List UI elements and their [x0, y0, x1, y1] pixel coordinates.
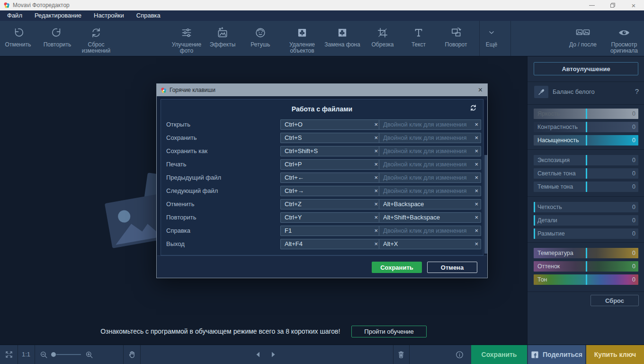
object-removal-button[interactable]: Удаление объектов	[280, 21, 324, 56]
zoom-slider-track[interactable]	[56, 354, 81, 355]
slider-exposure[interactable]: Экспозиция 0	[534, 155, 638, 165]
clear-hotkey-icon[interactable]: ×	[374, 133, 378, 143]
hotkey-primary-input[interactable]: Ctrl+Shift+S ×	[280, 146, 381, 156]
zoom-slider-handle[interactable]	[51, 352, 56, 357]
hotkey-secondary-input[interactable]: Двойной клик для изменения ×	[379, 159, 481, 170]
help-icon[interactable]: ?	[635, 87, 639, 95]
dialog-cancel-button[interactable]: Отмена	[427, 262, 477, 273]
slider-highlights[interactable]: Светлые тона 0	[534, 168, 638, 179]
slider-hue[interactable]: Тон 0	[534, 274, 638, 285]
hotkey-primary-input[interactable]: Ctrl+Y ×	[280, 212, 381, 223]
retouch-button[interactable]: Ретушь	[239, 21, 282, 56]
hotkey-primary-input[interactable]: Alt+F4 ×	[280, 239, 381, 249]
minimize-button[interactable]	[581, 0, 602, 10]
clear-hotkey-icon[interactable]: ×	[374, 120, 378, 129]
menu-help[interactable]: Справка	[130, 10, 167, 21]
clear-hotkey-icon[interactable]: ×	[374, 186, 378, 196]
hotkey-secondary-input[interactable]: Двойной клик для изменения ×	[379, 226, 481, 236]
clear-hotkey-icon[interactable]: ×	[474, 239, 478, 249]
info-button[interactable]	[453, 345, 465, 364]
share-button[interactable]: Поделиться	[528, 345, 585, 364]
effects-button[interactable]: Эффекты	[201, 21, 244, 56]
hotkey-primary-input[interactable]: F1 ×	[280, 226, 381, 236]
clear-hotkey-icon[interactable]: ×	[374, 239, 378, 249]
close-button[interactable]: ×	[623, 0, 644, 10]
clear-hotkey-icon[interactable]: ×	[474, 133, 478, 143]
slider-tint[interactable]: Оттенок 0	[534, 261, 638, 272]
slider-handle[interactable]	[534, 202, 535, 212]
hotkey-primary-input[interactable]: Ctrl+O ×	[280, 119, 381, 130]
clear-hotkey-icon[interactable]: ×	[474, 226, 478, 236]
rotate-button[interactable]: Поворот	[434, 21, 478, 56]
clear-hotkey-icon[interactable]: ×	[374, 226, 378, 236]
hotkey-secondary-input[interactable]: Двойной клик для изменения ×	[379, 146, 481, 156]
previous-file-button[interactable]	[252, 345, 264, 364]
slider-handle[interactable]	[586, 274, 587, 285]
more-tools-button[interactable]: Ещё	[473, 21, 510, 56]
slider-handle[interactable]	[586, 168, 587, 179]
slider-handle[interactable]	[586, 122, 587, 132]
slider-sharpness[interactable]: Четкость 0	[534, 202, 638, 212]
scrollbar-thumb[interactable]	[484, 155, 487, 254]
clear-hotkey-icon[interactable]: ×	[474, 173, 478, 182]
clear-hotkey-icon[interactable]: ×	[474, 186, 478, 196]
fit-to-screen-button[interactable]	[3, 345, 15, 364]
background-replace-button[interactable]: Замена фона	[321, 21, 364, 56]
slider-contrast[interactable]: Контрастность 0	[534, 122, 638, 132]
undo-button[interactable]: Отменить	[0, 21, 40, 56]
hotkey-secondary-input[interactable]: Alt+Backspace ×	[379, 199, 481, 209]
hotkey-primary-input[interactable]: Ctrl+Z ×	[280, 199, 381, 209]
slider-handle[interactable]	[586, 261, 587, 272]
reset-changes-button[interactable]: Сброс изменений	[74, 21, 118, 56]
slider-handle[interactable]	[586, 135, 587, 146]
slider-handle[interactable]	[586, 109, 587, 119]
eyedropper-button[interactable]	[534, 86, 548, 98]
slider-saturation[interactable]: Насыщенность 0	[534, 135, 638, 146]
hand-tool-button[interactable]	[125, 345, 139, 364]
before-after-button[interactable]: До / после	[561, 21, 605, 56]
slider-handle[interactable]	[586, 155, 587, 165]
buy-key-button[interactable]: Купить ключ	[586, 345, 644, 364]
hotkey-primary-input[interactable]: Ctrl+S ×	[280, 133, 381, 143]
clear-hotkey-icon[interactable]: ×	[474, 146, 478, 156]
clear-hotkey-icon[interactable]: ×	[374, 200, 378, 209]
slider-details[interactable]: Детали 0	[534, 215, 638, 226]
menu-file[interactable]: Файл	[1, 10, 28, 21]
slider-handle[interactable]	[586, 248, 587, 258]
auto-enhance-button[interactable]: Автоулучшение	[534, 62, 638, 75]
clear-hotkey-icon[interactable]: ×	[374, 213, 378, 222]
reset-adjustments-button[interactable]: Сброс	[590, 295, 639, 306]
clear-hotkey-icon[interactable]: ×	[374, 173, 378, 182]
delete-file-button[interactable]	[394, 345, 408, 364]
hotkey-secondary-input[interactable]: Alt+Shift+Backspace ×	[379, 212, 481, 223]
clear-hotkey-icon[interactable]: ×	[374, 146, 378, 156]
redo-button[interactable]: Повторить	[36, 21, 79, 56]
save-button[interactable]: Сохранить	[471, 345, 527, 364]
start-tutorial-button[interactable]: Пройти обучение	[351, 326, 426, 337]
slider-temperature[interactable]: Температура 0	[534, 248, 638, 258]
slider-handle[interactable]	[534, 215, 535, 226]
dialog-close-icon[interactable]: ×	[478, 85, 483, 95]
menu-edit[interactable]: Редактирование	[28, 10, 88, 21]
slider-handle[interactable]	[586, 182, 587, 192]
reset-hotkeys-button[interactable]	[469, 104, 477, 114]
next-file-button[interactable]	[267, 345, 279, 364]
slider-shadows[interactable]: Темные тона 0	[534, 182, 638, 192]
clear-hotkey-icon[interactable]: ×	[474, 160, 478, 169]
slider-blur[interactable]: Размытие 0	[534, 228, 638, 239]
maximize-button[interactable]	[602, 0, 623, 10]
slider-handle[interactable]	[534, 228, 535, 239]
view-original-button[interactable]: Просмотр оригинала	[602, 21, 644, 56]
hotkey-primary-input[interactable]: Ctrl+→ ×	[280, 186, 381, 196]
dialog-save-button[interactable]: Сохранить	[372, 262, 422, 273]
menu-settings[interactable]: Настройки	[88, 10, 130, 21]
hotkey-secondary-input[interactable]: Двойной клик для изменения ×	[379, 133, 481, 143]
clear-hotkey-icon[interactable]: ×	[374, 160, 378, 169]
hotkey-secondary-input[interactable]: Двойной клик для изменения ×	[379, 173, 481, 183]
zoom-in-button[interactable]	[83, 345, 95, 364]
hotkey-secondary-input[interactable]: Двойной клик для изменения ×	[379, 119, 481, 130]
hotkey-secondary-input[interactable]: Alt+X ×	[379, 239, 481, 249]
dialog-scrollbar[interactable]	[484, 100, 487, 254]
actual-size-button[interactable]: 1:1	[19, 345, 33, 364]
clear-hotkey-icon[interactable]: ×	[474, 120, 478, 129]
